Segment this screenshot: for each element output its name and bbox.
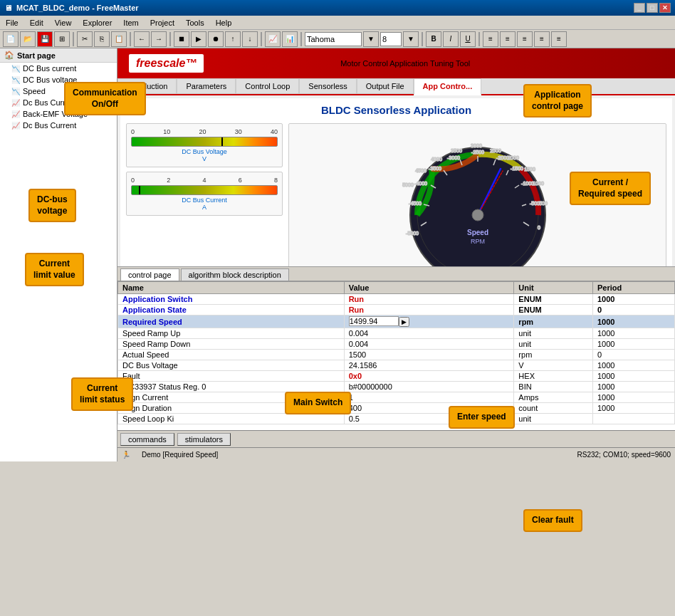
toolbar-align-l[interactable]: ≡ (483, 31, 498, 47)
svg-text:4500: 4500 (415, 168, 427, 173)
current-scale: 0 2 4 6 8 (131, 177, 278, 184)
tab-output-file[interactable]: Output File (357, 78, 414, 94)
toolbar-align-r[interactable]: ≡ (517, 31, 533, 47)
svg-text:Speed: Speed (466, 229, 488, 236)
sidebar-item-dc-bus-voltage[interactable]: 📉 DC Bus voltage (0, 74, 117, 85)
menu-view[interactable]: View (52, 19, 75, 27)
svg-text:500: 500 (539, 201, 548, 206)
row-value: 1500 (344, 350, 514, 360)
sidebar-label-5: Back-EMF Voltage (23, 110, 88, 118)
toolbar-save[interactable]: 💾 (37, 31, 53, 47)
table-row: Align Duration400count1000 (118, 403, 675, 414)
menu-explorer[interactable]: Explorer (80, 19, 115, 27)
window-controls[interactable]: _ □ ✕ (634, 3, 671, 13)
row-value[interactable]: ▶ (344, 315, 514, 328)
row-period: 1000 (592, 339, 674, 350)
sidebar-item-back-emf[interactable]: 📈 Back-EMF Voltage (0, 108, 117, 120)
toolbar-up[interactable]: ↑ (225, 31, 241, 47)
freescale-logo: freescale™ (136, 57, 197, 69)
toolbar-copy[interactable]: ⎘ (94, 31, 110, 47)
toolbar-new[interactable]: 📄 (3, 31, 19, 47)
row-unit: ENUM (514, 294, 593, 305)
table-row: Speed Ramp Down0.004unit1000 (118, 339, 675, 350)
maximize-button[interactable]: □ (647, 3, 658, 13)
menu-help[interactable]: Help (213, 19, 235, 27)
current-needle (139, 186, 140, 194)
row-period: 0 (592, 350, 674, 360)
toolbar-scope[interactable]: 📈 (265, 31, 281, 47)
row-unit: unit (514, 339, 593, 350)
row-period: 0 (592, 305, 674, 315)
app-title: Motor Control Application Tuning Tool (340, 59, 470, 68)
bottom-tab-control[interactable]: control page (120, 268, 179, 281)
toolbar-btn6[interactable]: ≡ (534, 31, 550, 47)
toolbar-stop[interactable]: ⏹ (174, 31, 189, 47)
home-icon: 🏠 (4, 51, 14, 60)
bottom-tab-algorithm[interactable]: algorithm block description (181, 268, 289, 281)
row-value: b#00000000 (344, 382, 514, 392)
row-name: Application State (118, 305, 345, 315)
toolbar-sep6 (422, 32, 423, 46)
toolbar-align-c[interactable]: ≡ (500, 31, 516, 47)
row-period: 1000 (592, 360, 674, 371)
tab-control-loop[interactable]: Control Loop (236, 78, 299, 94)
toolbar-bold[interactable]: B (426, 31, 441, 47)
menu-file[interactable]: File (3, 19, 21, 27)
toolbar-size-down[interactable]: ▼ (403, 31, 419, 47)
var-table-container[interactable]: Name Value Unit Period Application Switc… (117, 281, 675, 430)
required-speed-enter[interactable]: ▶ (399, 317, 409, 327)
font-select[interactable]: Tahoma (305, 32, 362, 46)
menu-tools[interactable]: Tools (183, 19, 207, 27)
table-header-row: Name Value Unit Period (118, 282, 675, 294)
menu-project[interactable]: Project (147, 19, 177, 27)
row-name: Speed Ramp Down (118, 339, 345, 350)
sidebar-item-speed[interactable]: 📉 Speed (0, 85, 117, 97)
font-size[interactable]: 8 (380, 32, 402, 46)
toolbar-open[interactable]: 📂 (20, 31, 36, 47)
tab-parameters[interactable]: Parameters (177, 78, 236, 94)
toolbar-paste[interactable]: 📋 (111, 31, 127, 47)
close-button[interactable]: ✕ (659, 3, 671, 13)
toolbar-font-down[interactable]: ▼ (363, 31, 379, 47)
svg-text:2500: 2500 (490, 148, 501, 153)
toolbar-sep2 (130, 32, 131, 46)
status-bar: 🏃 Demo [Required Speed] RS232; COM10; sp… (117, 447, 675, 461)
toolbar-btn5[interactable]: 📊 (282, 31, 298, 47)
toolbar-italic[interactable]: I (443, 31, 459, 47)
toolbar-rec[interactable]: ⏺ (208, 31, 224, 47)
sidebar-item-dc-bus-current[interactable]: 📉 DC Bus current (0, 63, 117, 74)
tab-sensorless[interactable]: Sensorless (299, 78, 356, 94)
toolbar-underline[interactable]: U (460, 31, 476, 47)
sidebar-item-dc-bus-current2[interactable]: 📈 Dc Bus Current (0, 120, 117, 131)
stimulators-button[interactable]: stimulators (177, 433, 231, 446)
current-label: DC Bus CurrentA (131, 197, 278, 211)
col-unit: Unit (514, 282, 593, 294)
tab-app-control[interactable]: App Contro... (414, 78, 482, 95)
toolbar-fwd[interactable]: → (151, 31, 167, 47)
row-value: 24.1586 (344, 360, 514, 371)
toolbar-btn4[interactable]: ⊞ (54, 31, 70, 47)
voltage-label: DC Bus VoltageV (131, 148, 278, 162)
toolbar-play[interactable]: ▶ (191, 31, 206, 47)
app-icon: 🖥 (4, 4, 12, 12)
menu-edit[interactable]: Edit (27, 19, 46, 27)
commands-bar: commands stimulators (117, 430, 675, 447)
commands-button[interactable]: commands (120, 433, 174, 446)
sidebar-item-dc-bus-current-align[interactable]: 📈 Dc Bus Current (Align... (0, 97, 117, 108)
tab-introduction[interactable]: Introduction (117, 78, 177, 94)
svg-text:-4000: -4000 (414, 181, 427, 186)
toolbar-btn7[interactable]: ≡ (551, 31, 567, 47)
chart-icon-1: 📉 (11, 65, 20, 73)
required-speed-input[interactable] (349, 316, 399, 326)
menu-item[interactable]: Item (120, 19, 141, 27)
toolbar-dn[interactable]: ↓ (242, 31, 258, 47)
chart-icon-4: 📈 (11, 99, 20, 107)
table-row: Application SwitchRunENUM1000 (118, 294, 675, 305)
toolbar-back[interactable]: ← (134, 31, 150, 47)
voltage-track (131, 137, 278, 147)
bldc-panel: BLDC Sensorless Application 0 10 20 30 (120, 98, 672, 266)
toolbar-cut[interactable]: ✂ (77, 31, 93, 47)
svg-text:-500: -500 (529, 201, 539, 206)
toolbar-sep7 (478, 32, 480, 46)
minimize-button[interactable]: _ (634, 3, 645, 13)
